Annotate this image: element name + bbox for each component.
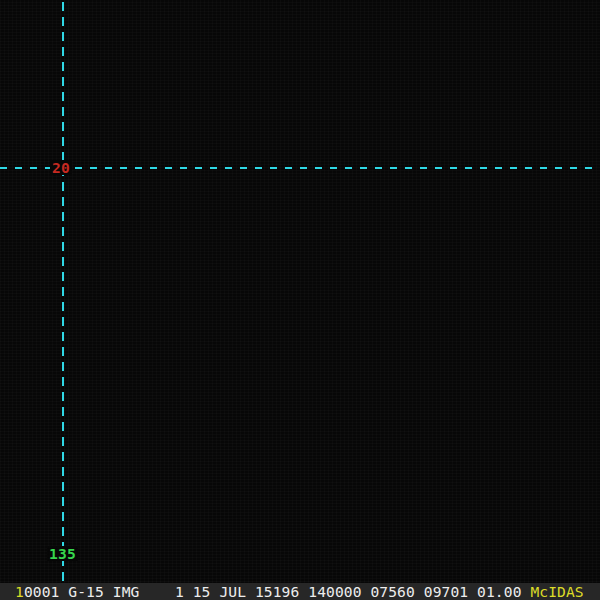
mcidas-brand-label: McIDAS: [530, 583, 583, 600]
mcidas-image-display[interactable]: 20 135 10001 G-15 IMG 1 15 JUL 15196 140…: [0, 0, 600, 600]
image-noise-background: [0, 0, 600, 600]
latitude-label: 20: [50, 160, 72, 175]
image-info-text: 0001 G-15 IMG 1 15 JUL 15196 140000 0756…: [24, 583, 531, 600]
status-bar: 10001 G-15 IMG 1 15 JUL 15196 140000 075…: [0, 583, 600, 600]
longitude-gridline: [62, 2, 64, 583]
longitude-label: 135: [47, 546, 78, 561]
latitude-gridline: [0, 167, 600, 169]
frame-number: 1: [15, 583, 24, 600]
